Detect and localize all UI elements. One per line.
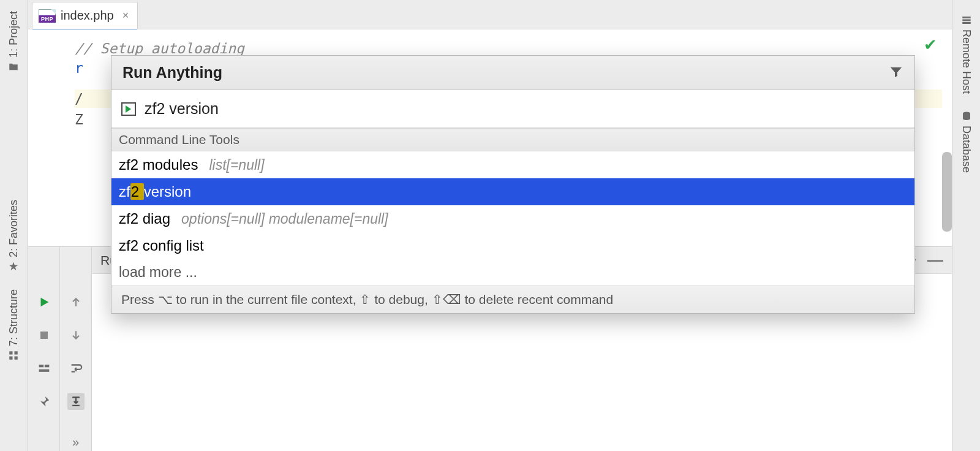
run-anything-popup: Run Anything Command Line Tools zf2 modu… — [111, 55, 915, 314]
load-more[interactable]: load more ... — [111, 259, 914, 286]
suggestion-cmd: zf2 config list — [119, 237, 204, 254]
run-layout-icon[interactable] — [36, 360, 53, 377]
svg-rect-7 — [39, 370, 49, 372]
center-area: PHP index.php × // Setup autoloading r /… — [28, 0, 952, 451]
suggestion-zf2-config-list[interactable]: zf2 config list — [111, 232, 914, 259]
editor-tab-index-php[interactable]: PHP index.php × — [32, 2, 138, 29]
sidebar-item-favorites[interactable]: 2: Favorites — [7, 200, 20, 272]
popup-header: Run Anything — [111, 56, 914, 90]
soft-wrap-icon[interactable] — [67, 360, 85, 377]
left-tool-strip: 1: Project 2: Favorites 7: Structure — [0, 0, 28, 451]
suggestion-hint: options[=null] modulename[=null] — [181, 211, 388, 227]
svg-rect-3 — [15, 357, 18, 360]
svg-rect-8 — [962, 17, 971, 18]
sidebar-item-label: 2: Favorites — [7, 200, 20, 257]
sidebar-item-remote-host[interactable]: Remote Host — [960, 15, 973, 94]
svg-rect-5 — [39, 365, 43, 367]
popup-footer-hint: Press ⌥ to run in the current file conte… — [111, 286, 914, 313]
run-anything-input[interactable] — [145, 100, 905, 118]
arrow-down-icon[interactable] — [67, 327, 85, 344]
code-fragment: Z — [75, 112, 83, 127]
run-action-col-2: » — [60, 247, 92, 451]
scroll-to-end-icon[interactable] — [67, 393, 85, 410]
run-play-icon[interactable] — [36, 294, 53, 311]
editor-tabs-bar: PHP index.php × — [28, 0, 952, 29]
sidebar-item-label: Remote Host — [960, 29, 973, 94]
sidebar-item-label: Database — [960, 126, 973, 173]
right-tool-strip: Remote Host Database — [952, 0, 980, 451]
tab-filename: index.php — [61, 9, 114, 23]
suggestion-cmd: zf2 version — [119, 183, 191, 200]
svg-rect-9 — [962, 20, 971, 21]
svg-rect-4 — [40, 332, 48, 339]
svg-rect-0 — [10, 351, 13, 354]
svg-rect-10 — [962, 22, 971, 24]
code-fragment: r — [75, 60, 83, 76]
svg-rect-2 — [10, 357, 13, 360]
suggestion-zf2-version[interactable]: zf2 version — [111, 178, 914, 205]
code-comment: // Setup autoloading — [75, 40, 942, 56]
filter-icon[interactable] — [889, 64, 903, 81]
inspection-ok-icon: ✔ — [924, 36, 937, 55]
run-pin-icon[interactable] — [36, 393, 53, 410]
sidebar-item-structure[interactable]: 7: Structure — [7, 289, 20, 361]
suggestion-zf2-modules[interactable]: zf2 modules list[=null] — [111, 151, 914, 178]
sidebar-item-label: 1: Project — [7, 11, 20, 58]
suggestion-cmd: zf2 diag — [119, 210, 170, 227]
svg-rect-6 — [44, 365, 49, 367]
popup-section-header: Command Line Tools — [111, 128, 914, 151]
arrow-up-icon[interactable] — [67, 294, 85, 311]
minimize-icon[interactable]: — — [927, 251, 943, 270]
php-file-icon: PHP — [39, 9, 56, 23]
more-icon[interactable]: » — [67, 433, 85, 450]
run-config-icon — [121, 102, 136, 116]
sidebar-item-project[interactable]: 1: Project — [7, 11, 20, 72]
suggestion-zf2-diag[interactable]: zf2 diag options[=null] modulename[=null… — [111, 205, 914, 232]
editor-gutter — [28, 29, 65, 246]
svg-rect-1 — [15, 351, 18, 354]
editor-scrollbar-thumb[interactable] — [942, 152, 952, 232]
sidebar-item-database[interactable]: Database — [960, 111, 973, 173]
suggestion-hint: list[=null] — [209, 157, 264, 173]
sidebar-item-label: 7: Structure — [7, 289, 20, 346]
popup-input-row — [111, 90, 914, 128]
popup-title: Run Anything — [123, 64, 222, 81]
run-stop-icon[interactable] — [36, 327, 53, 344]
close-icon[interactable]: × — [123, 9, 129, 22]
suggestion-cmd: zf2 modules — [119, 156, 198, 173]
code-fragment: / — [75, 91, 83, 107]
run-action-col-1 — [28, 247, 60, 451]
